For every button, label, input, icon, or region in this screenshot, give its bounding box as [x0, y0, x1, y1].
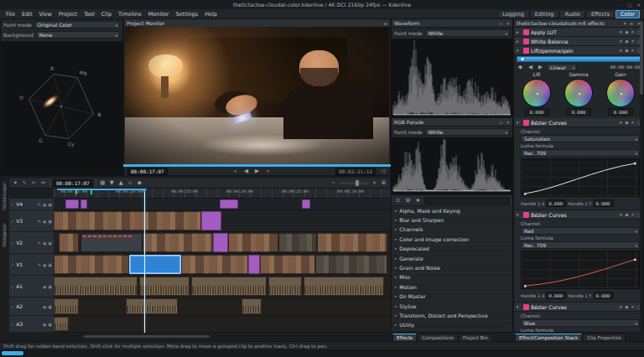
maximize-icon[interactable]: ▢: [627, 3, 631, 8]
handle-y-input[interactable]: 0.000: [594, 199, 614, 207]
prev-keyframe-icon[interactable]: ◀: [527, 64, 534, 70]
timeline-clip[interactable]: [54, 298, 79, 314]
next-keyframe-icon[interactable]: ▶: [537, 64, 544, 70]
keyframes-icon[interactable]: ◆: [626, 212, 629, 217]
tab-clip-properties[interactable]: Clip Properties: [583, 334, 626, 341]
zoom-out-icon[interactable]: −: [330, 179, 337, 186]
dock-tab-histogram[interactable]: Histogram: [1, 221, 8, 250]
skip-start-icon[interactable]: «: [231, 168, 239, 174]
timeline-clip[interactable]: [248, 255, 260, 274]
timeline-clip[interactable]: [54, 255, 129, 274]
monitor-current-timecode[interactable]: 00:00:17:07: [127, 168, 168, 175]
keyframe-interp-select[interactable]: Linear: [547, 64, 577, 71]
stack-menu-icon[interactable]: ≡: [630, 21, 634, 26]
presets-icon[interactable]: ≡: [619, 39, 622, 44]
close-icon[interactable]: ✕: [506, 21, 510, 26]
timeline-clip[interactable]: [80, 199, 87, 209]
keyframe-ruler[interactable]: [517, 56, 641, 62]
keyframes-icon[interactable]: ◆: [626, 120, 629, 125]
effect-header-4[interactable]: ▾Bézier Curves≡◆✕○: [514, 210, 643, 220]
volume-icon[interactable]: ◁: [379, 168, 387, 174]
effect-category[interactable]: ▸Deprecated: [392, 245, 512, 254]
effect-category[interactable]: ▸Blur and Sharpen: [392, 215, 512, 225]
lock-track-icon[interactable]: ▣: [48, 304, 52, 309]
timeline-clip[interactable]: [260, 255, 315, 274]
lock-track-icon[interactable]: ▣: [48, 202, 52, 207]
razor-tool-icon[interactable]: ✂: [30, 179, 38, 186]
vectorscope-paint-mode-select[interactable]: Original Color: [34, 21, 120, 28]
timeline-clip[interactable]: [228, 233, 278, 252]
timeline-timecode[interactable]: 00:00:17:07: [53, 179, 93, 187]
titlebar[interactable]: thetictactoe-cloudat-color.kdenlive / 4K…: [0, 0, 644, 9]
track-header-v4[interactable]: ✓V4✎◉▣: [8, 199, 54, 210]
workspace-audio[interactable]: Audio: [559, 10, 584, 18]
delete-effect-icon[interactable]: ✕: [631, 39, 634, 44]
delete-effect-icon[interactable]: ✕: [631, 48, 634, 53]
timeline-ruler[interactable]: 00:00:05:0000:00:10:0000:00:15:0000:00:2…: [54, 189, 391, 199]
track-active-check-icon[interactable]: ✓: [11, 219, 14, 224]
track-lane-v3[interactable]: [54, 210, 391, 232]
hide-track-icon[interactable]: ◉: [43, 241, 46, 246]
color-wheel-gamma[interactable]: [564, 79, 593, 107]
lock-track-icon[interactable]: ▣: [48, 322, 52, 327]
collapse-icon[interactable]: ▾: [517, 212, 522, 217]
luma-formula-select[interactable]: Rec. 709: [521, 149, 640, 157]
delete-effect-icon[interactable]: ✕: [631, 29, 634, 34]
menu-project[interactable]: Project: [55, 11, 80, 18]
channel-select[interactable]: Blue: [521, 319, 640, 327]
dock-tab-vectorscope[interactable]: Vectorscope: [1, 180, 8, 213]
tab-effects[interactable]: Effects: [392, 334, 417, 341]
workspace-color[interactable]: Color: [615, 10, 640, 18]
timeline-clip[interactable]: [242, 298, 262, 314]
collapse-icon[interactable]: ▾: [517, 120, 522, 125]
menu-edit[interactable]: Edit: [18, 11, 36, 18]
wheel-value-input[interactable]: 0.000: [566, 108, 591, 116]
track-active-check-icon[interactable]: ✓: [11, 202, 14, 207]
timeline-marker[interactable]: [91, 190, 92, 194]
menu-tool[interactable]: Tool: [80, 11, 98, 18]
add-keyframe-icon[interactable]: ◆: [517, 64, 524, 70]
timeline-clip[interactable]: [54, 317, 69, 331]
track-active-check-icon[interactable]: ✓: [11, 262, 14, 267]
timeline-clip[interactable]: [181, 255, 248, 274]
effect-header-1[interactable]: ▸White Balance≡◆✕○: [514, 37, 643, 46]
timeline-clip[interactable]: [213, 233, 228, 252]
color-wheel-gain[interactable]: [606, 79, 635, 107]
track-header-v2[interactable]: ✓V2✎◉▣: [8, 232, 54, 254]
track-header-a3[interactable]: ✓A3◉▣: [8, 316, 54, 333]
timeline-menu-icon[interactable]: ▾: [12, 179, 19, 186]
tab-effect-composition-stack[interactable]: Effect/Composition Stack: [515, 334, 582, 341]
timeline-clip[interactable]: [317, 233, 387, 252]
channel-select[interactable]: Saturation: [521, 135, 640, 142]
track-header-a1[interactable]: ✓A1◉▣: [8, 276, 54, 298]
effect-category[interactable]: ▸Alpha, Mask and Keying: [392, 206, 512, 215]
favorites-icon[interactable]: ★: [414, 197, 422, 204]
mute-track-icon[interactable]: ◉: [43, 322, 46, 327]
menu-help[interactable]: Help: [201, 11, 221, 18]
effect-header-5[interactable]: ▾Bézier Curves≡◆✕○: [514, 303, 643, 312]
expand-icon[interactable]: ▸: [517, 29, 522, 34]
workspace-effects[interactable]: Effects: [586, 10, 615, 18]
track-lane-a1[interactable]: [54, 276, 391, 298]
effect-category[interactable]: ▸Stylize: [392, 302, 512, 311]
mute-track-icon[interactable]: ◉: [43, 284, 46, 289]
track-active-check-icon[interactable]: ✓: [11, 304, 14, 309]
keyframes-icon[interactable]: ◆: [626, 48, 629, 53]
selection-tool-icon[interactable]: ↖: [21, 179, 29, 186]
track-effects-icon[interactable]: ✎: [38, 219, 41, 224]
effect-category[interactable]: ▸Color and Image correction: [392, 235, 512, 244]
timeline-clip[interactable]: [220, 199, 238, 209]
zoom-in-icon[interactable]: +: [371, 179, 378, 186]
menu-monitor[interactable]: Monitor: [145, 11, 173, 18]
track-lane-a2[interactable]: [54, 298, 391, 316]
hide-track-icon[interactable]: ◉: [43, 202, 46, 207]
presets-icon[interactable]: ≡: [619, 48, 622, 53]
timeline-clip[interactable]: [268, 277, 302, 296]
monitor-menu-icon[interactable]: ≡: [383, 21, 387, 26]
vectorscope-background-select[interactable]: None: [36, 31, 120, 39]
spacer-tool-icon[interactable]: ↔: [39, 179, 47, 186]
presets-icon[interactable]: ≡: [619, 120, 622, 125]
timeline-hscrollbar[interactable]: [54, 334, 391, 339]
timeline-clip[interactable]: [126, 298, 178, 314]
lock-track-icon[interactable]: ▣: [48, 262, 52, 267]
